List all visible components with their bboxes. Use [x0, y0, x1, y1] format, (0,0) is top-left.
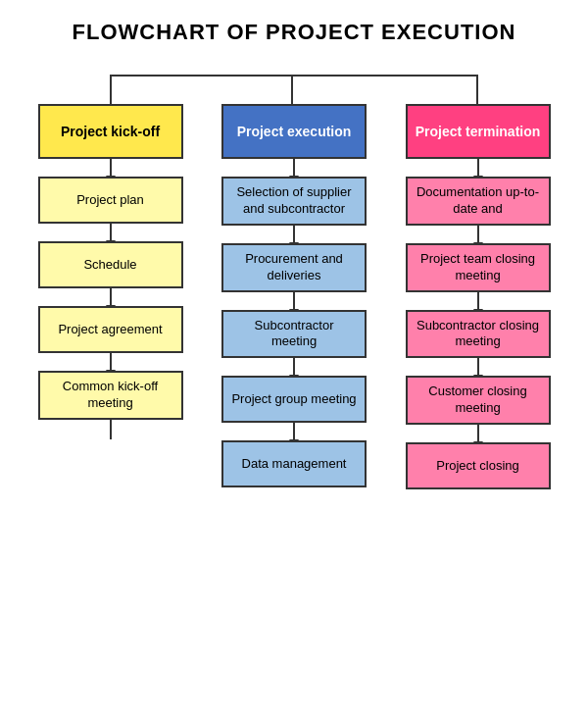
arrow: [477, 226, 479, 243]
box-termination-5: Project closing: [406, 442, 551, 489]
box-termination-3: Subcontractor closing meeting: [406, 310, 551, 359]
arrow: [477, 425, 479, 442]
box-kickoff-2: Schedule: [38, 241, 183, 288]
box-termination-2: Project team closing meeting: [406, 243, 551, 292]
arrow: [477, 159, 479, 177]
arrow: [110, 353, 112, 371]
box-execution-4: Project group meeting: [221, 376, 367, 423]
box-termination-4: Customer closing meeting: [406, 376, 551, 425]
bottom-line: [110, 420, 112, 439]
box-execution-header: Project execution: [221, 104, 367, 159]
arrow: [293, 423, 295, 440]
box-termination-header: Project termination: [406, 104, 551, 159]
column-execution: Project execution Selection of supplier …: [204, 104, 385, 489]
box-termination-1: Documentation up-to-date and: [406, 177, 551, 226]
box-kickoff-header: Project kick-off: [38, 104, 183, 159]
box-kickoff-4: Common kick-off meeting: [38, 371, 183, 420]
arrow: [110, 159, 112, 177]
arrow: [110, 224, 112, 241]
arrow: [293, 358, 295, 376]
column-kickoff: Project kick-off Project plan Schedule P…: [20, 104, 201, 489]
box-execution-3: Subcontractor meeting: [221, 310, 367, 359]
arrow: [293, 226, 295, 243]
column-termination: Project termination Documentation up-to-…: [387, 104, 568, 489]
box-execution-1: Selection of supplier and subcontractor: [221, 177, 367, 226]
box-execution-5: Data management: [221, 440, 367, 487]
box-kickoff-3: Project agreement: [38, 306, 183, 353]
arrow: [110, 288, 112, 306]
page-title: FLOWCHART OF PROJECT EXECUTION: [10, 20, 578, 45]
arrow: [293, 292, 295, 310]
arrow: [477, 292, 479, 310]
arrow: [477, 358, 479, 376]
arrow: [293, 159, 295, 177]
box-kickoff-1: Project plan: [38, 177, 183, 224]
box-execution-2: Procurement and deliveries: [221, 243, 367, 292]
